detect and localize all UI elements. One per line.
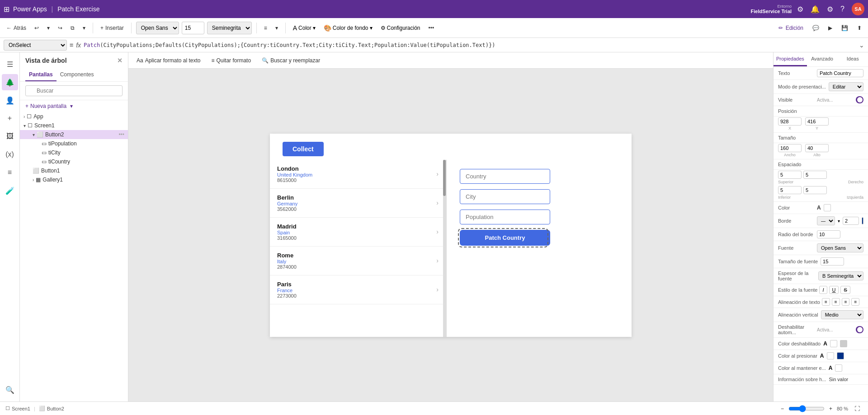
pos-y-input[interactable] [805,117,829,126]
button2-more-icon[interactable]: ••• [118,131,124,138]
tab-components[interactable]: Componentes [57,69,98,81]
borde-width-input[interactable] [843,217,859,225]
spacing-top-input[interactable] [778,171,802,179]
modo-select[interactable]: Editar [829,82,863,91]
edicion-button[interactable]: ✏ Edición [778,25,803,31]
font-family-select[interactable]: Open Sans [136,22,179,34]
country-input[interactable] [460,169,550,184]
copy-dropdown[interactable]: ▾ [80,23,88,33]
color-deshab-swatch1[interactable] [830,340,837,347]
gallery-item-2[interactable]: Madrid Spain 3165000 › [270,218,446,247]
color-swatch[interactable] [824,204,831,211]
borde-color-swatch[interactable] [862,217,863,224]
sidebar-collapse-icon[interactable]: ✕ [117,57,123,64]
sidebar-media-icon[interactable]: 🖼 [2,128,18,145]
question-icon[interactable]: ? [840,5,844,13]
user-avatar[interactable]: SA [852,3,864,15]
publish-icon[interactable]: ⬆ [854,23,864,33]
align-left-button[interactable]: ≡ [822,298,830,306]
spacing-right-input[interactable] [803,171,827,179]
fuente-select[interactable]: Open Sans [817,243,863,252]
population-input[interactable] [460,210,550,224]
tree-item-gallery1[interactable]: › ▦ Gallery1 [20,175,128,184]
back-button[interactable]: ← Atrás [4,23,29,33]
tree-item-tipopulation[interactable]: ▭ tiPopulation [20,139,128,148]
texto-input[interactable] [817,69,863,77]
bg-color-button[interactable]: 🎨 Color de fondo ▾ [321,23,375,33]
more-button[interactable]: ••• [426,23,437,33]
patch-button[interactable]: Patch Country [460,230,550,246]
gallery-item-4[interactable]: Paris France 2273000 › [270,275,446,304]
sidebar-tree-icon[interactable]: 🌲 [2,74,18,90]
search-input[interactable] [25,85,123,96]
align-center-button[interactable]: ≡ [832,298,840,306]
zoom-plus-button[interactable]: + [826,404,835,414]
fit-to-window-button[interactable]: ⛶ [852,404,863,414]
font-size-input[interactable] [182,22,204,34]
spacing-bottom-input[interactable] [778,186,802,194]
config-button[interactable]: ⚙ Configuración [378,23,423,33]
zoom-minus-button[interactable]: − [778,404,787,414]
pos-x-input[interactable] [778,117,802,126]
align-right-button[interactable]: ≡ [842,298,850,306]
strikethrough-button[interactable]: S [840,286,850,294]
color-presionar-swatch1[interactable] [827,352,834,359]
height-input[interactable] [805,144,829,152]
play-icon[interactable]: ▶ [826,23,835,33]
alineacion-v-select[interactable]: Medio [821,310,863,319]
gallery-item-3[interactable]: Rome Italy 2874000 › [270,247,446,275]
remove-format-button[interactable]: ≡ Quitar formato [208,56,254,65]
comment-icon[interactable]: 💬 [810,23,822,33]
save-icon[interactable]: 💾 [839,23,851,33]
status-screen-item[interactable]: ☐ Screen1 [5,406,30,411]
notification-icon[interactable]: 🔔 [811,5,820,14]
apply-format-button[interactable]: Aa Aplicar formato al texto [134,56,203,65]
undo-dropdown[interactable]: ▾ [44,23,52,33]
gallery-item-1[interactable]: Berlin Germany 3562000 › [270,189,446,218]
align-justify-button[interactable]: ≡ [851,298,859,306]
sidebar-home-icon[interactable]: ☰ [2,56,18,72]
color-deshab-swatch2[interactable] [840,340,847,347]
tree-item-button2[interactable]: ▾ ⬜ Button2 ••• [20,130,128,139]
underline-button[interactable]: U [829,286,839,294]
help-icon[interactable]: ⚙ [797,5,803,14]
color-presionar-swatch2[interactable] [837,352,844,359]
align-dropdown[interactable]: ▾ [273,23,281,33]
tree-item-screen1[interactable]: ▾ ☐ Screen1 [20,121,128,130]
new-screen-button[interactable]: + Nueva pantalla ▾ [20,100,128,112]
font-weight-select[interactable]: Seminegrita [207,22,252,34]
apps-grid-icon[interactable]: ⊞ [4,5,9,14]
tree-item-ticity[interactable]: ▭ tiCity [20,148,128,157]
settings-icon[interactable]: ⚙ [827,5,833,14]
tree-item-ticountry[interactable]: ▭ tiCountry [20,157,128,166]
tamano-fuente-input[interactable] [821,257,844,266]
spacing-left-input[interactable] [803,186,827,194]
deshabilitar-toggle[interactable] [856,326,863,333]
gallery-scrollbar-thumb[interactable] [443,160,446,196]
tree-item-app[interactable]: › ☐ App [20,112,128,121]
radio-borde-input[interactable] [817,230,840,238]
tree-item-button1[interactable]: ⬜ Button1 [20,166,128,175]
formula-expand-icon[interactable]: ⌄ [859,42,864,49]
color-mantener-swatch1[interactable] [835,364,842,372]
gallery-item-0[interactable]: London United Kingdom 8615000 › [270,160,446,189]
redo-button[interactable]: ↪ [55,23,65,33]
color-button[interactable]: A Color ▾ [290,23,318,33]
tab-screens[interactable]: Pantallas [25,69,57,81]
sidebar-data-icon[interactable]: 👤 [2,92,18,108]
tab-ideas[interactable]: Ideas [837,52,868,66]
formula-text[interactable]: Patch(CityPopulations;Defaults(CityPopul… [84,42,856,48]
undo-button[interactable]: ↩ [32,23,42,33]
sidebar-var-icon[interactable]: (x) [2,146,18,163]
collect-button[interactable]: Collect [283,142,324,156]
sidebar-search-bottom-icon[interactable]: 🔍 [2,382,18,398]
width-input[interactable] [778,144,802,152]
city-input[interactable] [460,189,550,204]
insert-button[interactable]: + Insertar [98,23,127,33]
zoom-slider[interactable] [788,405,825,412]
italic-button[interactable]: I [819,286,827,294]
sidebar-lines-icon[interactable]: ≡ [2,164,18,181]
espesor-select[interactable]: B Seminegrita [818,271,863,280]
visible-toggle[interactable] [856,96,863,103]
formula-selector[interactable]: OnSelect [4,40,67,51]
